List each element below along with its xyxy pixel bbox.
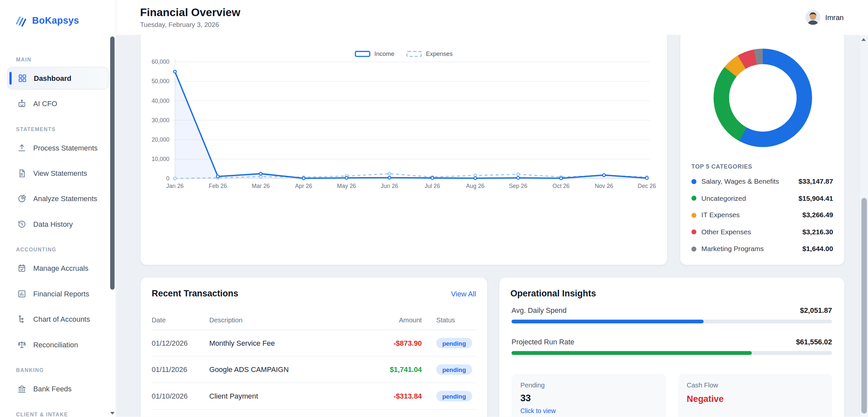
transaction-description: Monthly Service Fee [209, 339, 358, 347]
svg-text:Sep 26: Sep 26 [509, 183, 527, 189]
status-badge: pending [436, 364, 472, 375]
donut-hole [729, 64, 797, 132]
brand-logo[interactable]: BoKapsys [0, 0, 116, 41]
category-row-other-expenses: Other Expenses$3,216.30 [691, 224, 833, 241]
category-label: Salary, Wages & Benefits [702, 177, 779, 185]
user-name: Imran [825, 13, 844, 21]
sidebar-item-label: Process Statements [33, 144, 98, 152]
svg-text:60,000: 60,000 [152, 59, 169, 65]
sidebar-item-process-statements[interactable]: Process Statements [7, 137, 108, 160]
income-expenses-chart-card: Income Expenses 010,00020,00030,00040,00… [140, 35, 668, 266]
category-color-dot [691, 213, 696, 217]
brand-logo-icon [14, 14, 28, 28]
transaction-description: Google ADS CAMPAIGN [209, 366, 358, 374]
transaction-date: 01/12/2026 [152, 339, 209, 347]
transaction-row[interactable]: 01/12/2026Monthly Service Fee-$873.90pen… [152, 330, 476, 356]
pending-box: Pending 33 Click to view [512, 374, 666, 417]
scroll-up-arrow[interactable] [861, 38, 866, 41]
transactions-card-header: Recent Transactions View All [141, 278, 487, 299]
category-color-dot [691, 230, 696, 235]
brand-name: BoKapsys [32, 15, 79, 27]
sidebar-item-reconciliation[interactable]: Reconciliation [7, 333, 108, 356]
income-legend-item[interactable]: Income [355, 50, 395, 57]
sidebar-item-data-history[interactable]: Data History [7, 213, 108, 236]
column-header-date: Date [152, 316, 209, 324]
svg-text:Jan 26: Jan 26 [166, 183, 184, 189]
svg-text:Feb 26: Feb 26 [209, 183, 227, 189]
category-label: Uncategorized [702, 195, 746, 202]
recent-transactions-card: Recent Transactions View All DateDescrip… [140, 277, 488, 417]
svg-text:50,000: 50,000 [152, 78, 169, 84]
ai-cfo-icon [17, 99, 27, 108]
expenses-legend-marker [407, 50, 422, 57]
sidebar-item-label: Manage Accruals [33, 264, 89, 272]
sidebar-scroll-down-arrow[interactable] [110, 410, 115, 416]
sidebar-nav: MAINDashboardAI CFOSTATEMENTSProcess Sta… [0, 41, 116, 417]
cashflow-value: Negative [687, 394, 823, 404]
expenses-legend-item[interactable]: Expenses [407, 50, 453, 57]
transaction-amount: -$873.90 [358, 339, 422, 347]
sidebar-scrollbar-thumb[interactable] [110, 36, 115, 290]
page-scrollbar-thumb[interactable] [861, 198, 867, 413]
nav-section-label-client-intake: CLIENT & INTAKE [16, 411, 108, 417]
metric-label: Projected Run Rate [512, 338, 575, 346]
svg-text:Jun 26: Jun 26 [381, 183, 398, 189]
transaction-status-cell: pending [422, 391, 476, 401]
status-badge: pending [436, 391, 472, 401]
insights-body: Avg. Daily Spend$2,051.87Projected Run R… [499, 299, 844, 417]
pending-click-to-view-link[interactable]: Click to view [520, 408, 657, 414]
nav-section-label-main: MAIN [16, 57, 108, 63]
category-amount: $3,216.30 [802, 228, 833, 236]
upload-icon [17, 143, 27, 153]
sidebar-item-label: Financial Reports [33, 290, 89, 298]
sidebar-item-label: View Statements [33, 169, 87, 177]
metric-avg-daily-spend: Avg. Daily Spend$2,051.87 [512, 306, 832, 323]
category-row-uncategorized: Uncategorized$15,904.41 [691, 190, 833, 207]
sidebar-item-view-statements[interactable]: View Statements [7, 162, 108, 185]
document-icon [17, 169, 27, 178]
sidebar-item-analyze-statements[interactable]: Analyze Statements [7, 187, 108, 210]
transaction-date: 01/10/2026 [152, 392, 209, 400]
page-scrollbar[interactable] [859, 35, 868, 417]
svg-text:Nov 26: Nov 26 [595, 183, 613, 189]
sidebar-item-bank-feeds[interactable]: Bank Feeds [7, 378, 108, 400]
bar-chart-icon [17, 289, 27, 299]
svg-text:20,000: 20,000 [152, 136, 169, 143]
svg-text:Dec 26: Dec 26 [638, 183, 656, 189]
view-all-link[interactable]: View All [451, 289, 476, 298]
transaction-status-cell: pending [422, 338, 476, 348]
sidebar: BoKapsys MAINDashboardAI CFOSTATEMENTSPr… [0, 0, 116, 417]
transaction-row[interactable]: 01/11/2026Google ADS CAMPAIGN$1,741.04pe… [152, 356, 476, 383]
category-color-dot [691, 179, 696, 184]
column-header-status: Status [422, 316, 476, 324]
main-content: Income Expenses 010,00020,00030,00040,00… [116, 35, 859, 417]
sidebar-item-financial-reports[interactable]: Financial Reports [7, 283, 108, 305]
status-badge: pending [436, 338, 472, 348]
sidebar-item-manage-accruals[interactable]: Manage Accruals [7, 257, 108, 280]
transactions-header-row: DateDescriptionAmountStatus [152, 316, 476, 330]
nav-section-label-statements: STATEMENTS [16, 126, 108, 132]
transaction-row[interactable]: 01/09/2026ACH Credit Received-$2,068.14p… [152, 410, 476, 417]
top-categories-card: TOP 5 CATEGORIES Salary, Wages & Benefit… [680, 35, 845, 266]
sidebar-item-dashboard[interactable]: Dashboard [7, 67, 108, 90]
category-label: Marketing Programs [702, 245, 764, 253]
sidebar-item-label: Data History [33, 220, 73, 229]
sidebar-item-label: AI CFO [33, 100, 57, 108]
insights-title: Operational Insights [510, 288, 596, 299]
category-row-salary-wages-benefits: Salary, Wages & Benefits$33,147.87 [691, 173, 833, 190]
category-amount: $1,644.00 [802, 245, 833, 253]
income-legend-marker [355, 50, 371, 57]
insights-card-header: Operational Insights [499, 278, 844, 299]
category-color-dot [691, 246, 696, 251]
category-label: IT Expenses [702, 211, 740, 219]
sidebar-scrollbar[interactable] [110, 35, 115, 409]
user-avatar [805, 10, 820, 25]
history-icon [17, 219, 27, 229]
transaction-row[interactable]: 01/10/2026Client Payment-$313.84pending [152, 383, 476, 410]
category-row-marketing-programs: Marketing Programs$1,644.00 [691, 241, 833, 257]
sidebar-item-chart-of-accounts[interactable]: Chart of Accounts [7, 308, 108, 331]
sidebar-item-ai-cfo[interactable]: AI CFO [7, 92, 108, 115]
user-menu[interactable]: Imran [805, 10, 843, 25]
scale-icon [17, 340, 27, 350]
metric-progress-fill [512, 351, 752, 355]
